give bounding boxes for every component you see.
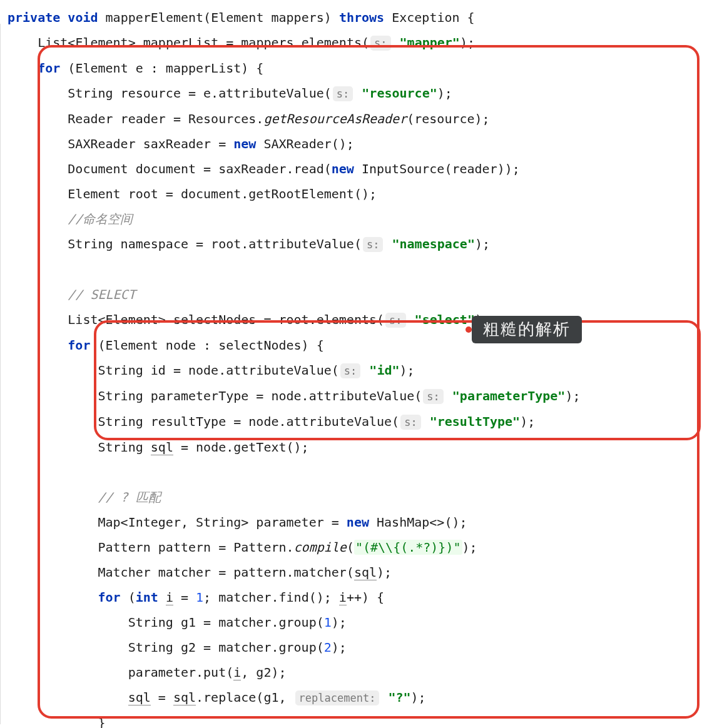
kw-for: for (68, 338, 90, 353)
line-put: parameter.put(i, g2); (128, 665, 287, 680)
line-g1: String g1 = matcher.group(1); (128, 615, 347, 630)
line-matcher: Matcher matcher = pattern.matcher(sql); (98, 565, 392, 580)
line-id: String id = node.attributeValue(s: "id")… (98, 363, 415, 378)
param-type: Element (211, 10, 263, 25)
param-hint: s: (333, 86, 353, 101)
line-document: Document document = saxReader.read(new I… (68, 161, 519, 176)
kw-throws: throws (339, 10, 384, 25)
param-hint: s: (385, 313, 405, 328)
kw-for: for (98, 590, 121, 605)
method-signature: private void mapperElement(Element mappe… (8, 10, 475, 25)
kw-for: for (38, 61, 60, 76)
param-hint: s: (340, 363, 360, 378)
for-head: (Element e : mapperList) { (60, 61, 263, 76)
code-editor[interactable]: private void mapperElement(Element mappe… (0, 0, 707, 728)
line-g2: String g2 = matcher.group(2); (128, 640, 347, 655)
line-map: Map<Integer, String> parameter = new Has… (98, 515, 467, 530)
line-saxreader: SAXReader saxReader = new SAXReader(); (68, 136, 354, 151)
exception: Exception (392, 10, 459, 25)
for-node-head: (Element node : selectNodes) { (90, 338, 323, 353)
param-hint: s: (400, 415, 420, 430)
line-root: Element root = document.getRootElement()… (68, 186, 377, 201)
line-resource: String resource = e.attributeValue(s: "r… (68, 86, 452, 101)
method-name: mapperElement (106, 10, 204, 25)
line-reader: Reader reader = Resources.getResourceAsR… (68, 111, 489, 126)
kw-private: private (8, 10, 60, 25)
line-resulttype: String resultType = node.attributeValue(… (98, 414, 536, 429)
param-name: mappers (272, 10, 324, 25)
line-parametertype: String parameterType = node.attributeVal… (98, 388, 581, 403)
line-pattern: Pattern pattern = Pattern.compile("(#\\{… (98, 540, 477, 555)
param-hint: replacement: (295, 690, 380, 705)
line-namespace: String namespace = root.attributeValue(s… (68, 236, 490, 251)
line-sql: String sql = node.getText(); (98, 440, 309, 455)
brace-close: } (98, 715, 106, 728)
line-replace: sql = sql.replace(g1, replacement: "?"); (128, 690, 426, 705)
comment-namespace: //命名空间 (68, 211, 133, 226)
line-selectnodes: List<Element> selectNodes = root.element… (68, 312, 490, 327)
comment-select: // SELECT (68, 287, 135, 302)
param-hint: s: (363, 237, 383, 252)
kw-void: void (68, 10, 98, 25)
comment-match: // ? 匹配 (98, 490, 161, 505)
param-hint: s: (370, 36, 390, 51)
param-hint: s: (423, 389, 443, 404)
line-mapperlist: List<Element> mapperList = mappers.eleme… (38, 35, 475, 50)
